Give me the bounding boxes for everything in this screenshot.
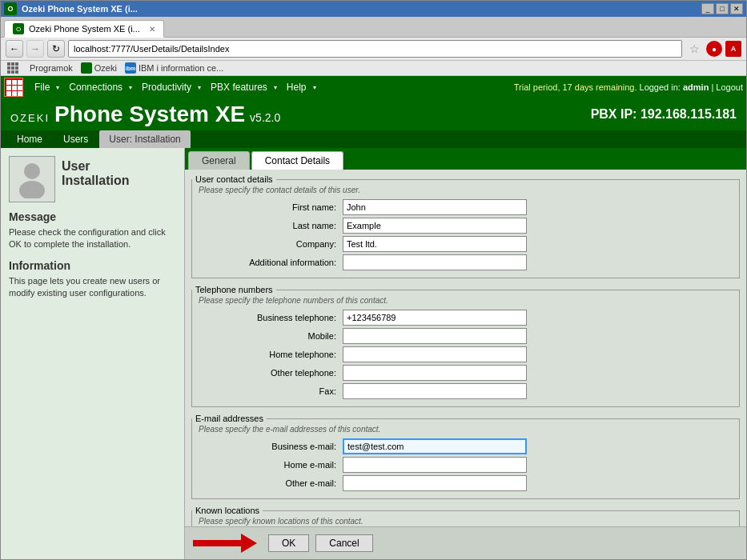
app-header: ozeki Phone System XE v5.2.0 PBX IP: 192… bbox=[1, 98, 746, 130]
form-row-lastname: Last name: bbox=[199, 218, 733, 234]
sidebar-message-section: Message Please check the configuration a… bbox=[9, 210, 176, 251]
pbx-ip-value: 192.168.115.181 bbox=[641, 107, 737, 121]
window-controls[interactable]: _ □ ✕ bbox=[701, 3, 743, 14]
footer-bar: OK Cancel bbox=[185, 526, 746, 559]
logged-in-user: admin bbox=[683, 82, 709, 92]
locations-section: Known locations Please specify known loc… bbox=[191, 506, 740, 526]
maximize-button[interactable]: □ bbox=[716, 3, 729, 14]
menu-item-pbx[interactable]: PBX features bbox=[204, 80, 274, 94]
locations-legend: Known locations bbox=[192, 506, 263, 515]
menu-item-connections[interactable]: Connections bbox=[62, 80, 129, 94]
avatar-silhouette bbox=[16, 160, 48, 198]
title-bar: O Ozeki Phone System XE (i... _ □ ✕ bbox=[1, 1, 746, 17]
form-row-biz-phone: Business telephone: bbox=[199, 310, 733, 326]
close-button[interactable]: ✕ bbox=[730, 3, 743, 14]
menu-item-file-arrow: ▾ bbox=[56, 84, 59, 91]
form-row-mobile: Mobile: bbox=[199, 328, 733, 344]
svg-point-1 bbox=[19, 181, 45, 198]
menu-item-pbx-arrow: ▾ bbox=[274, 84, 277, 91]
company-input[interactable] bbox=[343, 236, 527, 252]
form-row-firstname: First name: bbox=[199, 199, 733, 215]
bookmark-ozeki[interactable]: Ozeki bbox=[81, 62, 117, 74]
fax-input[interactable] bbox=[343, 383, 527, 399]
menu-item-productivity[interactable]: Productivity bbox=[135, 80, 198, 94]
bookmark-programok[interactable]: Programok bbox=[30, 63, 73, 73]
nav-users[interactable]: Users bbox=[54, 130, 98, 148]
email-legend: E-mail addresses bbox=[192, 414, 267, 423]
mobile-input[interactable] bbox=[343, 328, 527, 344]
form-row-biz-email: Business e-mail: bbox=[199, 438, 733, 454]
telephone-body: Please specify the telephone numbers of … bbox=[192, 294, 739, 406]
nav-home[interactable]: Home bbox=[7, 130, 52, 148]
user-title-block: User Installation bbox=[62, 156, 129, 188]
tab-favicon: O bbox=[13, 23, 24, 34]
tab-close-icon[interactable]: ✕ bbox=[149, 25, 155, 34]
bookmark-ibm[interactable]: ibm IBM i information ce... bbox=[125, 62, 223, 74]
contact-details-body: Please specify the contact details of th… bbox=[192, 184, 739, 278]
version-label: v5.2.0 bbox=[250, 111, 280, 124]
pbx-ip-label: PBX IP: bbox=[591, 107, 637, 121]
cancel-button[interactable]: Cancel bbox=[315, 534, 372, 552]
browser-tab-bar: O Ozeki Phone System XE (i... ✕ bbox=[1, 17, 746, 38]
address-input[interactable] bbox=[68, 40, 682, 58]
tab-contact-details[interactable]: Contact Details bbox=[251, 151, 343, 170]
home-phone-input[interactable] bbox=[343, 346, 527, 362]
contact-hint: Please specify the contact details of th… bbox=[199, 186, 733, 194]
email-section: E-mail addresses Please specify the e-ma… bbox=[191, 414, 740, 499]
other-phone-label: Other telephone: bbox=[199, 368, 343, 378]
form-row-other-phone: Other telephone: bbox=[199, 365, 733, 381]
menu-item-productivity-arrow: ▾ bbox=[198, 84, 201, 91]
logged-in-label: Logged in: bbox=[640, 82, 683, 92]
minimize-button[interactable]: _ bbox=[701, 3, 714, 14]
additional-label: Additional information: bbox=[199, 258, 343, 267]
star-icon[interactable]: ☆ bbox=[685, 40, 703, 58]
firstname-input[interactable] bbox=[343, 199, 527, 215]
red-arrow-icon bbox=[193, 532, 257, 554]
additional-input[interactable] bbox=[343, 254, 527, 270]
svg-marker-3 bbox=[241, 534, 257, 553]
user-name-line1: User bbox=[62, 159, 129, 174]
telephone-legend: Telephone numbers bbox=[192, 285, 276, 294]
ozeki-bookmark-icon bbox=[81, 62, 92, 74]
record-icon: ● bbox=[706, 41, 722, 57]
logout-link[interactable]: Logout bbox=[716, 82, 743, 92]
tab-title: Ozeki Phone System XE (i... bbox=[29, 24, 144, 34]
app-menubar: File ▾ Connections ▾ Productivity ▾ PBX … bbox=[1, 76, 746, 98]
menu-item-file[interactable]: File bbox=[28, 80, 56, 94]
active-tab[interactable]: O Ozeki Phone System XE (i... ✕ bbox=[4, 20, 164, 38]
biz-phone-label: Business telephone: bbox=[199, 313, 343, 322]
home-email-input[interactable] bbox=[343, 457, 527, 473]
ok-button[interactable]: OK bbox=[268, 534, 309, 552]
app-root: File ▾ Connections ▾ Productivity ▾ PBX … bbox=[1, 76, 746, 559]
other-phone-input[interactable] bbox=[343, 365, 527, 381]
tab-general[interactable]: General bbox=[188, 151, 250, 170]
svg-rect-2 bbox=[193, 540, 241, 546]
form-row-fax: Fax: bbox=[199, 383, 733, 399]
form-row-additional: Additional information: bbox=[199, 254, 733, 270]
app-favicon: O bbox=[4, 2, 17, 15]
other-email-input[interactable] bbox=[343, 475, 527, 491]
telephone-section: Telephone numbers Please specify the tel… bbox=[191, 285, 740, 407]
svg-point-0 bbox=[24, 163, 40, 179]
fax-label: Fax: bbox=[199, 386, 343, 396]
message-body: Please check the configuration and click… bbox=[9, 226, 176, 251]
menu-item-help[interactable]: Help bbox=[280, 80, 313, 94]
biz-phone-input[interactable] bbox=[343, 310, 527, 326]
reload-button[interactable]: ↻ bbox=[47, 40, 65, 58]
forward-button[interactable]: → bbox=[26, 40, 44, 58]
app-title: ozeki Phone System XE v5.2.0 bbox=[10, 103, 280, 126]
nav-user-installation[interactable]: User: Installation bbox=[99, 130, 190, 148]
telephone-hint: Please specify the telephone numbers of … bbox=[199, 296, 733, 305]
locations-hint: Please specify known locations of this c… bbox=[199, 517, 733, 526]
back-button[interactable]: ← bbox=[6, 40, 23, 58]
home-email-label: Home e-mail: bbox=[199, 460, 343, 470]
biz-email-input[interactable] bbox=[343, 438, 527, 454]
apps-icon[interactable] bbox=[7, 62, 18, 74]
pbx-ip-display: PBX IP: 192.168.115.181 bbox=[591, 107, 737, 122]
menu-logo bbox=[4, 78, 23, 97]
home-phone-label: Home telephone: bbox=[199, 350, 343, 359]
arrow-indicator bbox=[193, 532, 257, 554]
info-body: This page lets you create new users or m… bbox=[9, 275, 176, 300]
lastname-input[interactable] bbox=[343, 218, 527, 234]
ibm-bookmark-icon: ibm bbox=[125, 62, 136, 74]
